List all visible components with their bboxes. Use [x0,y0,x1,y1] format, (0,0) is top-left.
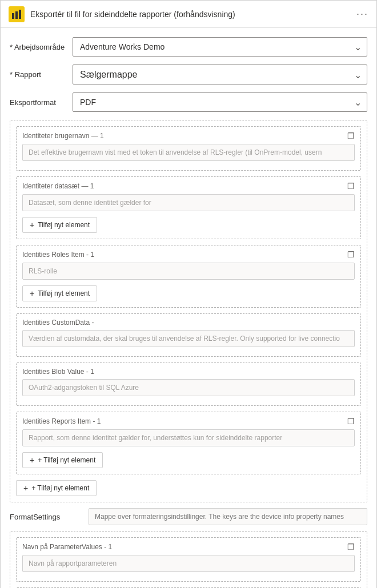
identities-roles-section: Identities Roles Item - 1 ❐ + Tilføj nyt… [16,245,361,308]
identities-roles-label: Identities Roles Item - 1 [22,251,94,259]
identities-roles-copy-icon[interactable]: ❐ [347,250,355,259]
export-format-row: Eksportformat PDF ⌄ [10,92,367,112]
identities-username-copy-icon[interactable]: ❐ [347,131,355,140]
identities-username-section: Identiteter brugernavn — 1 ❐ [16,126,361,171]
identities-username-input[interactable] [22,144,355,161]
identities-roles-add-button[interactable]: + Tilføj nyt element [22,285,97,301]
format-settings-label: FormatSettings [10,513,84,521]
identities-customdata-label: Identities CustomData - [22,319,94,327]
identities-username-label: Identiteter brugernavn — 1 [22,132,104,140]
identities-reports-add-inner-icon: + [30,456,34,465]
identities-blob-section: Identities Blob Value - 1 [16,363,361,406]
identities-roles-add-label: Tilføj nyt element [38,289,90,297]
identities-username-label-row: Identiteter brugernavn — 1 ❐ [22,131,355,140]
identities-blob-label-row: Identities Blob Value - 1 [22,368,355,376]
identities-add-outer-label: + Tilføj nyt element [31,484,89,492]
svg-rect-2 [19,10,21,19]
export-format-label: Eksportformat [10,98,73,107]
report-select[interactable]: Sælgermappe [73,65,367,84]
param-name-section: Navn på ParameterValues - 1 ❐ [16,537,361,582]
identities-customdata-input[interactable] [22,330,355,347]
identities-dataset-input[interactable] [22,194,355,211]
identities-dataset-label-row: Identiteter datasæt — 1 ❐ [22,182,355,191]
identities-reports-copy-icon[interactable]: ❐ [347,417,355,426]
param-name-copy-icon[interactable]: ❐ [347,542,355,551]
header-left: Eksportér til fil for sideinddelte rappo… [9,6,235,22]
identities-reports-section: Identities Reports Item - 1 ❐ + + Tilføj… [16,412,361,474]
more-options-button[interactable]: ··· [356,8,368,20]
param-name-input[interactable] [22,555,355,572]
export-format-select[interactable]: PDF [73,92,367,112]
identities-add-outer-button[interactable]: + + Tilføj nyt element [16,480,97,496]
app-container: Eksportér til fil for sideinddelte rappo… [0,0,377,588]
identities-blob-input[interactable] [22,379,355,396]
report-row: * Rapport Sælgermappe ⌄ [10,65,367,84]
main-content: * Arbejdsområde Adventure Works Demo ⌄ *… [1,28,376,588]
identities-customdata-label-row: Identities CustomData - [22,319,355,327]
identities-reports-input[interactable] [22,429,355,446]
identities-dataset-label: Identiteter datasæt — 1 [22,182,94,190]
identities-roles-add-icon: + [30,289,34,298]
svg-rect-1 [15,11,18,19]
param-name-label-row: Navn på ParameterValues - 1 ❐ [22,542,355,551]
identities-dataset-section: Identiteter datasæt — 1 ❐ + Tilføj nyt e… [16,176,361,239]
identities-blob-label: Identities Blob Value - 1 [22,368,94,376]
workspace-dropdown[interactable]: Adventure Works Demo ⌄ [73,37,367,57]
workspace-label: * Arbejdsområde [10,43,73,51]
identities-dataset-add-button[interactable]: + Tilføj nyt element [22,217,97,233]
identities-reports-add-inner-button[interactable]: + + Tilføj nyt element [22,452,103,468]
identities-dataset-add-label: Tilføj nyt element [38,221,90,229]
identities-reports-label: Identities Reports Item - 1 [22,417,101,425]
identities-dataset-add-icon: + [30,220,34,229]
identities-dataset-copy-icon[interactable]: ❐ [347,182,355,191]
identities-roles-input[interactable] [22,263,355,280]
param-values-outer-section: Navn på ParameterValues - 1 ❐ Værdien Pa… [10,531,367,588]
param-name-label: Navn på ParameterValues - 1 [22,543,112,551]
identities-reports-add-inner-label: + Tilføj nyt element [38,456,95,464]
format-settings-input[interactable] [89,508,367,525]
identities-roles-label-row: Identities Roles Item - 1 ❐ [22,250,355,259]
powerbi-logo [9,6,25,22]
identities-customdata-section: Identities CustomData - [16,313,361,357]
workspace-row: * Arbejdsområde Adventure Works Demo ⌄ [10,37,367,57]
header-title: Eksportér til fil for sideinddelte rappo… [30,10,235,19]
header: Eksportér til fil for sideinddelte rappo… [1,1,376,28]
identities-outer-section: Identiteter brugernavn — 1 ❐ Identiteter… [10,120,367,502]
format-settings-row: FormatSettings [10,508,367,525]
workspace-select[interactable]: Adventure Works Demo [73,37,367,57]
export-format-dropdown[interactable]: PDF ⌄ [73,92,367,112]
report-dropdown[interactable]: Sælgermappe ⌄ [73,65,367,84]
identities-add-outer-icon: + [23,484,28,493]
identities-reports-label-row: Identities Reports Item - 1 ❐ [22,417,355,426]
report-label: * Rapport [10,70,73,79]
svg-rect-0 [12,13,14,19]
